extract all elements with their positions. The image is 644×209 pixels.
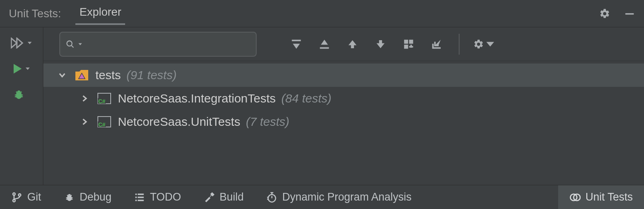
status-todo[interactable]: TODO [123,185,192,209]
svg-rect-17 [136,193,137,195]
grid-icon [403,38,415,50]
layout-button[interactable] [400,36,417,53]
status-label: Dynamic Program Analysis [282,191,412,203]
svg-rect-3 [292,39,301,41]
svg-rect-19 [136,197,137,198]
svg-point-15 [13,199,15,202]
tree-node-label: NetcoreSaas.IntegrationTests [118,92,276,105]
options-button[interactable] [473,36,496,53]
status-label: Unit Tests [585,191,633,203]
chevron-right-icon[interactable] [79,118,90,125]
minimize-button[interactable] [621,5,638,23]
play-icon [13,63,22,74]
svg-point-16 [18,194,21,196]
bug-icon [12,88,26,101]
hammer-icon [204,192,215,203]
toolbar-separator [459,34,460,55]
tree-node-root[interactable]: tests (91 tests) [43,64,644,87]
status-git[interactable]: Git [0,185,53,209]
svg-rect-6 [409,39,413,43]
chevron-down-icon [78,42,83,47]
test-tree[interactable]: tests (91 tests) C# NetcoreSaas.Integrat… [43,61,644,185]
status-label: TODO [150,191,181,203]
explorer-content: tests (91 tests) C# NetcoreSaas.Integrat… [43,27,644,185]
status-dpa[interactable]: Dynamic Program Analysis [255,185,423,209]
list-icon [134,192,145,203]
unit-tests-panel: Unit Tests: Explorer [0,0,644,209]
double-play-icon [11,37,24,49]
status-debug[interactable]: Debug [53,185,123,209]
explorer-toolbar [43,27,644,61]
panel-main: tests (91 tests) C# NetcoreSaas.Integrat… [0,27,644,185]
unit-tests-icon [569,192,581,203]
svg-point-1 [67,41,72,46]
minimize-icon [624,8,635,19]
settings-button[interactable] [596,5,614,23]
gear-icon [473,38,484,50]
run-all-button[interactable] [5,35,38,51]
chevron-down-icon[interactable] [57,72,67,79]
status-label: Build [220,191,244,203]
search-icon [66,40,75,49]
arrow-up-icon [346,38,358,50]
svg-line-2 [71,45,74,47]
previous-button[interactable] [344,36,361,53]
tree-node-child[interactable]: C# NetcoreSaas.UnitTests (7 tests) [43,110,644,133]
tree-node-label: NetcoreSaas.UnitTests [118,115,240,129]
expand-all-button[interactable] [288,36,305,53]
stopwatch-icon [266,192,277,203]
csharp-project-icon: C# [96,92,112,104]
search-input[interactable] [86,39,250,50]
svg-text:C#: C# [98,121,105,128]
svg-point-14 [13,193,15,195]
run-button[interactable] [5,60,38,77]
svg-rect-21 [136,199,137,201]
svg-rect-7 [404,45,408,49]
chevron-down-icon [485,38,496,50]
status-build[interactable]: Build [192,185,255,209]
panel-header: Unit Tests: Explorer [0,0,644,27]
tree-node-count: (7 tests) [246,115,289,129]
bug-icon [64,192,75,203]
status-label: Git [27,191,41,203]
gear-icon [599,8,610,19]
csharp-project-icon: C# [96,116,112,128]
collapse-all-icon [318,38,330,50]
svg-rect-0 [626,13,634,14]
chevron-down-icon [25,66,30,72]
bottom-tool-bar: Git Debug TODO Build Dynamic Program Ana… [0,185,644,209]
search-box[interactable] [59,32,257,57]
expand-all-icon [290,38,302,50]
import-button[interactable] [428,36,445,53]
folder-tests-icon [74,69,90,81]
svg-rect-18 [138,193,144,195]
svg-rect-4 [320,47,329,49]
svg-rect-5 [404,39,408,43]
svg-rect-22 [138,199,144,201]
tree-node-label: tests [95,68,121,82]
run-gutter [0,27,43,185]
arrow-down-icon [375,38,387,50]
debug-button[interactable] [5,86,38,103]
status-unit-tests[interactable]: Unit Tests [558,185,644,209]
collapse-all-button[interactable] [316,36,333,53]
panel-title: Unit Tests: [9,7,61,20]
chevron-down-icon [27,40,32,46]
git-branch-icon [11,192,22,203]
tab-explorer[interactable]: Explorer [77,6,124,22]
svg-text:C#: C# [98,98,105,104]
tree-node-child[interactable]: C# NetcoreSaas.IntegrationTests (84 test… [43,87,644,110]
next-button[interactable] [372,36,389,53]
svg-rect-20 [138,197,144,198]
import-icon [431,38,443,50]
status-label: Debug [80,191,112,203]
tree-node-count: (84 tests) [281,92,332,105]
chevron-right-icon[interactable] [79,95,90,102]
tree-node-count: (91 tests) [126,68,176,82]
